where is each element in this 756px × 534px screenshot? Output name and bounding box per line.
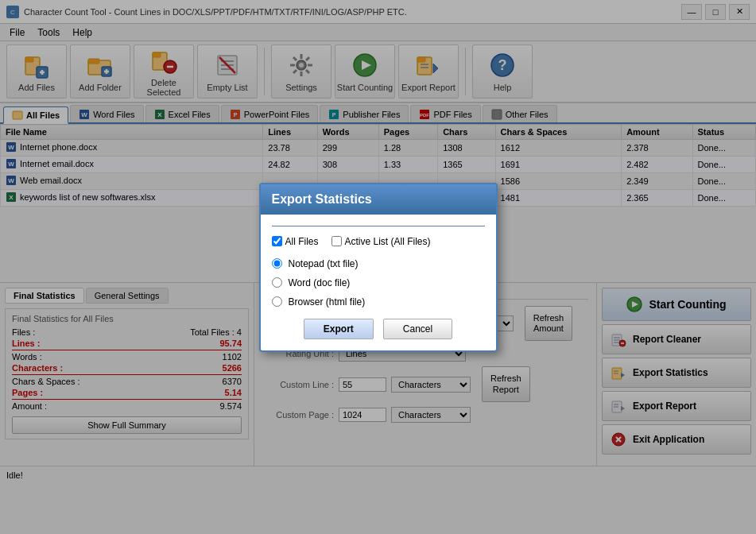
notepad-radio[interactable] bbox=[272, 258, 282, 269]
modal-header: Export Statistics bbox=[261, 184, 496, 215]
modal-title: Export Statistics bbox=[272, 192, 372, 206]
modal-cancel-button[interactable]: Cancel bbox=[383, 319, 452, 339]
notepad-label: Notepad (txt file) bbox=[289, 258, 359, 269]
word-radio-row: Word (doc file) bbox=[272, 277, 485, 288]
browser-label: Browser (html file) bbox=[289, 296, 366, 308]
word-label: Word (doc file) bbox=[289, 277, 351, 288]
modal-export-button[interactable]: Export bbox=[304, 319, 374, 339]
active-list-checkbox[interactable] bbox=[331, 236, 342, 246]
all-files-checkbox[interactable] bbox=[272, 236, 282, 246]
all-files-checkbox-label[interactable]: All Files bbox=[272, 236, 319, 247]
modal-overlay: Export Statistics All Files Active List … bbox=[0, 0, 756, 534]
active-list-checkbox-label[interactable]: Active List (All Files) bbox=[331, 236, 431, 247]
export-statistics-modal: Export Statistics All Files Active List … bbox=[259, 183, 498, 352]
word-radio[interactable] bbox=[272, 277, 282, 288]
browser-radio-row: Browser (html file) bbox=[272, 296, 485, 308]
active-list-label: Active List (All Files) bbox=[345, 236, 431, 247]
modal-divider bbox=[272, 226, 485, 226]
modal-body: All Files Active List (All Files) Notepa… bbox=[261, 215, 496, 350]
modal-checkbox-row: All Files Active List (All Files) bbox=[272, 236, 485, 247]
modal-buttons: Export Cancel bbox=[272, 319, 485, 339]
notepad-radio-row: Notepad (txt file) bbox=[272, 258, 485, 269]
all-files-label: All Files bbox=[285, 236, 319, 247]
browser-radio[interactable] bbox=[272, 296, 282, 307]
